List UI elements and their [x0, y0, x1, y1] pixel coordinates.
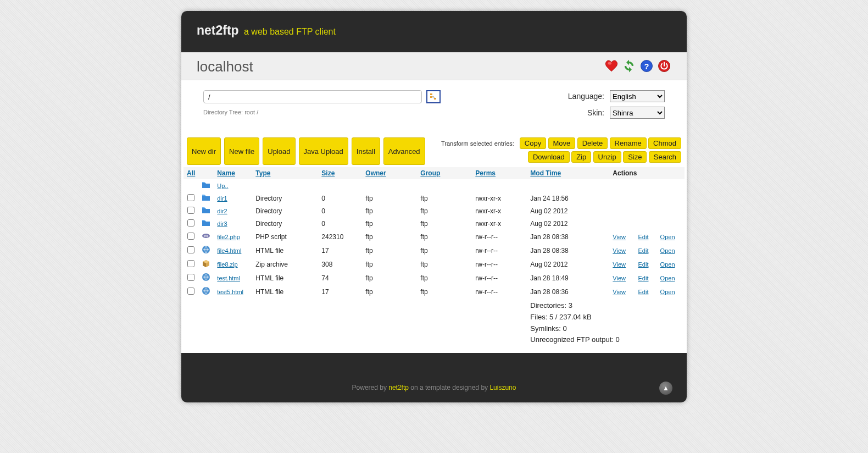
scroll-top-button[interactable]: ▲	[659, 382, 672, 395]
row-checkbox[interactable]	[187, 260, 194, 267]
rename-button[interactable]: Rename	[610, 137, 647, 149]
file-size: 17	[318, 285, 362, 299]
unzip-button[interactable]: Unzip	[593, 151, 621, 163]
file-name-link[interactable]: dir2	[217, 208, 227, 214]
row-checkbox[interactable]	[187, 274, 194, 281]
app-title: net2ftp	[197, 23, 239, 37]
col-name[interactable]: Name	[214, 167, 252, 179]
file-name-link[interactable]: file8.zip	[217, 261, 237, 268]
col-perms[interactable]: Perms	[472, 167, 527, 179]
directory-tree-button[interactable]	[426, 90, 441, 103]
file-name-link[interactable]: dir1	[217, 195, 227, 202]
file-name-link[interactable]: test.html	[217, 275, 240, 281]
file-group: ftp	[417, 217, 472, 230]
refresh-icon[interactable]	[622, 59, 636, 75]
directory-input[interactable]	[203, 90, 422, 103]
svg-rect-6	[434, 98, 436, 100]
file-modtime: Jan 28 08:38	[527, 230, 609, 244]
open-link[interactable]: Open	[660, 234, 675, 240]
row-checkbox[interactable]	[187, 233, 194, 240]
bookmark-icon[interactable]	[604, 59, 619, 75]
download-button[interactable]: Download	[528, 151, 570, 163]
file-owner: ftp	[362, 285, 417, 299]
logout-icon[interactable]	[657, 59, 671, 75]
php-icon: php	[198, 230, 214, 244]
copy-button[interactable]: Copy	[520, 137, 546, 149]
install-button[interactable]: Install	[352, 137, 380, 165]
col-size[interactable]: Size	[318, 167, 362, 179]
java-upload-button[interactable]: Java Upload	[299, 137, 348, 165]
edit-link[interactable]: Edit	[638, 234, 649, 240]
table-row: test.htmlHTML file74ftpftprw-r--r--Jan 2…	[183, 271, 685, 285]
size-button[interactable]: Size	[623, 151, 647, 163]
col-type[interactable]: Type	[252, 167, 318, 179]
footer-link-luiszuno[interactable]: Luiszuno	[489, 384, 516, 391]
view-link[interactable]: View	[613, 261, 626, 268]
view-link[interactable]: View	[613, 234, 626, 240]
upload-button[interactable]: Upload	[263, 137, 295, 165]
file-group: ftp	[417, 244, 472, 257]
file-size: 242310	[318, 230, 362, 244]
file-modtime: Aug 02 2012	[527, 257, 609, 271]
edit-link[interactable]: Edit	[638, 247, 649, 254]
file-name-link[interactable]: file4.html	[217, 247, 241, 254]
open-link[interactable]: Open	[660, 247, 675, 254]
help-icon[interactable]: ?	[639, 59, 654, 75]
skin-label: Skin:	[568, 108, 604, 117]
new-file-button[interactable]: New file	[224, 137, 259, 165]
file-type: Directory	[252, 217, 318, 230]
file-group: ftp	[417, 271, 472, 285]
table-row: file4.htmlHTML file17ftpftprw-r--r--Jan …	[183, 244, 685, 257]
directory-tree-label: Directory Tree: root /	[203, 109, 441, 115]
col-modtime[interactable]: Mod Time	[527, 167, 609, 179]
col-owner[interactable]: Owner	[362, 167, 417, 179]
view-link[interactable]: View	[613, 275, 626, 281]
language-select[interactable]: English	[610, 90, 665, 102]
file-name-link[interactable]: dir3	[217, 220, 227, 227]
file-modtime: Jan 28 08:36	[527, 285, 609, 299]
open-link[interactable]: Open	[660, 261, 675, 268]
row-checkbox[interactable]	[187, 194, 194, 201]
file-owner: ftp	[362, 244, 417, 257]
new-dir-button[interactable]: New dir	[187, 137, 221, 165]
edit-link[interactable]: Edit	[638, 275, 649, 281]
summary-symlinks: Symlinks: 0	[530, 323, 681, 335]
svg-rect-5	[430, 96, 432, 98]
view-link[interactable]: View	[613, 289, 626, 295]
folder-icon	[198, 217, 214, 230]
file-name-link[interactable]: file2.php	[217, 234, 240, 240]
edit-link[interactable]: Edit	[638, 289, 649, 295]
row-checkbox[interactable]	[187, 246, 194, 253]
table-row: phpfile2.phpPHP script242310ftpftprw-r--…	[183, 230, 685, 244]
move-button[interactable]: Move	[548, 137, 576, 149]
chmod-button[interactable]: Chmod	[648, 137, 681, 149]
file-perms: rwxr-xr-x	[472, 205, 527, 217]
file-name-link[interactable]: test5.html	[217, 289, 243, 295]
up-link[interactable]: Up..	[217, 183, 228, 189]
footer-prefix: Powered by	[352, 384, 389, 391]
search-button[interactable]: Search	[649, 151, 681, 163]
skin-select[interactable]: Shinra	[610, 107, 665, 119]
row-checkbox[interactable]	[187, 288, 194, 295]
open-link[interactable]: Open	[660, 289, 675, 295]
file-modtime: Jan 28 08:38	[527, 244, 609, 257]
footer-link-net2ftp[interactable]: net2ftp	[388, 384, 409, 391]
open-link[interactable]: Open	[660, 275, 675, 281]
col-group[interactable]: Group	[417, 167, 472, 179]
view-link[interactable]: View	[613, 247, 626, 254]
col-all[interactable]: All	[183, 167, 198, 179]
zip-icon	[198, 257, 214, 271]
file-perms: rw-r--r--	[472, 244, 527, 257]
svg-point-0	[608, 62, 612, 65]
delete-button[interactable]: Delete	[577, 137, 608, 149]
zip-button[interactable]: Zip	[571, 151, 591, 163]
row-checkbox[interactable]	[187, 219, 194, 226]
edit-link[interactable]: Edit	[638, 261, 649, 268]
file-owner: ftp	[362, 205, 417, 217]
row-checkbox[interactable]	[187, 207, 194, 214]
folder-icon	[198, 205, 214, 217]
file-perms: rw-r--r--	[472, 230, 527, 244]
advanced-button[interactable]: Advanced	[383, 137, 425, 165]
file-group: ftp	[417, 285, 472, 299]
summary-files: Files: 5 / 237.04 kB	[530, 312, 681, 323]
